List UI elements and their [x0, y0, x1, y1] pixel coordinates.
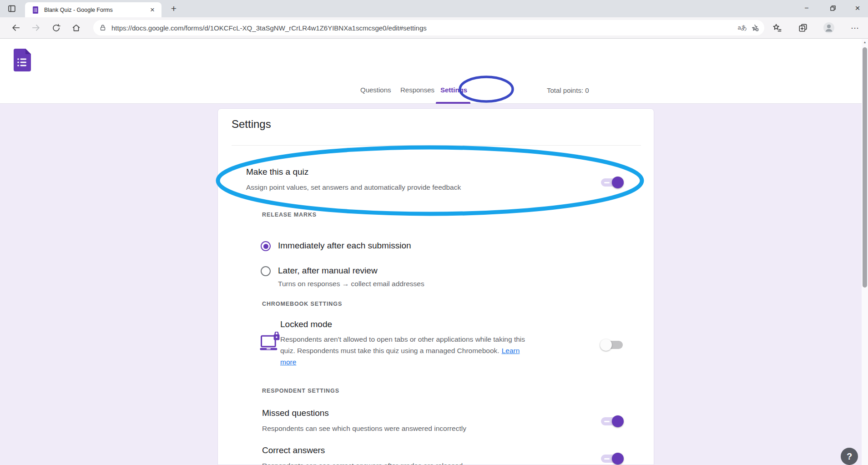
locked-mode-icon: [260, 332, 282, 352]
missed-questions-title: Missed questions: [262, 408, 329, 418]
scrollbar-thumb[interactable]: [863, 47, 867, 288]
locked-mode-title: Locked mode: [280, 319, 332, 329]
collections-button[interactable]: [796, 20, 810, 35]
scroll-up-icon[interactable]: ▲: [862, 40, 868, 44]
workspaces-icon: [7, 4, 17, 14]
missed-questions-subtitle: Respondents can see which questions were…: [262, 423, 466, 434]
translate-icon[interactable]: aあ: [737, 24, 747, 32]
url-text: https://docs.google.com/forms/d/1OKCFcL-…: [111, 24, 734, 32]
card-heading: Settings: [232, 118, 271, 131]
window-restore-button[interactable]: [823, 0, 843, 16]
section-release-marks: RELEASE MARKS: [262, 212, 317, 218]
refresh-icon: [51, 23, 61, 33]
tab-close-icon[interactable]: ×: [148, 5, 157, 15]
help-button[interactable]: ?: [841, 448, 858, 465]
back-icon: [11, 23, 21, 33]
browser-toolbar: https://docs.google.com/forms/d/1OKCFcL-…: [0, 17, 868, 39]
favorites-icon: [772, 23, 782, 33]
radio-later[interactable]: [261, 266, 271, 276]
browser-profile-button[interactable]: [822, 20, 836, 35]
quiz-toggle-subtitle: Assign point values, set answers and aut…: [246, 182, 461, 193]
forms-header: Blank Quiz Send ⋮ M: [0, 39, 868, 77]
tab-questions[interactable]: Questions: [360, 86, 391, 94]
window-close-button[interactable]: ×: [847, 0, 868, 16]
radio-later-subtitle: Turns on responses → collect email addre…: [278, 278, 424, 289]
radio-immediately[interactable]: [261, 241, 271, 251]
forms-favicon-icon: [31, 6, 40, 14]
home-button[interactable]: [69, 20, 83, 35]
favorites-button[interactable]: [770, 20, 784, 35]
window-minimize-button[interactable]: −: [796, 0, 817, 16]
browser-tab[interactable]: Blank Quiz - Google Forms ×: [25, 2, 161, 17]
correct-answers-toggle[interactable]: [601, 455, 623, 463]
forward-button[interactable]: [29, 20, 43, 35]
locked-mode-description: Respondents aren't allowed to open tabs …: [280, 334, 536, 368]
forward-icon: [31, 23, 41, 33]
profile-icon: [823, 22, 835, 34]
tab-strip: Blank Quiz - Google Forms × + − ×: [0, 0, 868, 17]
missed-questions-toggle[interactable]: [601, 417, 623, 425]
browser-window: Blank Quiz - Google Forms × + − × https:…: [0, 0, 868, 465]
lock-icon: [99, 24, 107, 32]
settings-card: Settings Make this a quiz Assign point v…: [217, 108, 654, 465]
address-bar[interactable]: https://docs.google.com/forms/d/1OKCFcL-…: [93, 20, 764, 35]
make-quiz-toggle[interactable]: [601, 178, 623, 187]
divider: [232, 145, 641, 146]
correct-answers-subtitle: Respondents can see correct answers afte…: [262, 460, 463, 465]
add-favorite-icon[interactable]: [751, 23, 760, 32]
browser-menu-button[interactable]: …: [848, 20, 862, 35]
scrollbar[interactable]: ▲: [862, 39, 868, 465]
correct-answers-title: Correct answers: [262, 445, 325, 455]
back-button[interactable]: [9, 20, 23, 35]
home-icon: [71, 23, 81, 33]
form-nav: Questions Responses Settings Total point…: [0, 77, 868, 104]
total-points: Total points: 0: [547, 86, 589, 94]
restore-icon: [828, 4, 838, 13]
tab-settings[interactable]: Settings: [440, 86, 467, 94]
refresh-button[interactable]: [49, 20, 63, 35]
new-tab-button[interactable]: +: [167, 2, 180, 15]
tab-responses[interactable]: Responses: [400, 86, 434, 94]
tab-actions-button[interactable]: [5, 3, 18, 15]
radio-later-label[interactable]: Later, after manual review: [278, 266, 378, 276]
radio-immediately-label[interactable]: Immediately after each submission: [278, 241, 411, 251]
locked-mode-toggle[interactable]: [601, 341, 623, 349]
forms-logo[interactable]: [14, 49, 31, 71]
quiz-toggle-title: Make this a quiz: [246, 167, 308, 177]
tab-title: Blank Quiz - Google Forms: [44, 7, 148, 13]
section-respondent: RESPONDENT SETTINGS: [262, 388, 339, 394]
collections-icon: [798, 23, 808, 33]
section-chromebook: CHROMEBOOK SETTINGS: [262, 301, 342, 307]
